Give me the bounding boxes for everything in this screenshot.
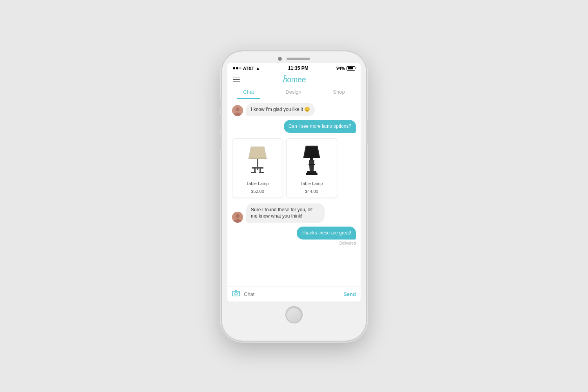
signal-dot-1 xyxy=(233,67,235,69)
chat-input[interactable] xyxy=(244,291,339,297)
signal-dot-2 xyxy=(236,67,238,69)
battery-icon xyxy=(347,66,355,71)
message-text-4: Thanks these are great! xyxy=(301,230,351,236)
tab-design[interactable]: Design xyxy=(279,87,307,99)
svg-point-1 xyxy=(236,107,240,111)
svg-marker-17 xyxy=(307,171,317,173)
svg-rect-16 xyxy=(309,164,315,165)
message-bubble-2: Can I see more lamp options? xyxy=(284,120,356,133)
phone-screen: AT&T ▲ 11:35 PM 94% ȟomee xyxy=(227,63,361,301)
message-bubble-1: I know I'm glad you like it 😊 xyxy=(246,103,315,116)
avatar xyxy=(232,105,243,116)
product-price-2: $44.00 xyxy=(305,189,318,194)
svg-rect-8 xyxy=(260,169,261,172)
wifi-icon: ▲ xyxy=(256,66,260,71)
product-price-1: $52.00 xyxy=(251,189,264,194)
home-button[interactable] xyxy=(285,306,303,323)
lamp1-svg xyxy=(244,143,271,178)
svg-rect-10 xyxy=(259,172,264,173)
tab-bar: Chat Design Shop xyxy=(227,86,361,99)
avatar-image-2 xyxy=(232,212,243,223)
svg-marker-15 xyxy=(309,160,314,171)
signal-dots xyxy=(233,67,241,69)
status-time: 11:35 PM xyxy=(288,65,309,71)
product-card-2[interactable]: Table Lamp $44.00 xyxy=(286,138,337,198)
message-text-3: Sure I found these for you, let me know … xyxy=(251,207,312,219)
svg-rect-4 xyxy=(249,158,267,159)
svg-rect-6 xyxy=(252,167,263,169)
message-text-1: I know I'm glad you like it 😊 xyxy=(251,107,310,112)
battery-percent: 94% xyxy=(336,66,345,71)
svg-rect-7 xyxy=(254,169,256,172)
tab-shop[interactable]: Shop xyxy=(327,87,351,99)
svg-rect-13 xyxy=(303,157,320,158)
input-bar: Send xyxy=(227,287,361,301)
volume-down-button xyxy=(220,134,222,150)
camera-button[interactable] xyxy=(232,290,240,298)
hamburger-menu-button[interactable] xyxy=(233,78,240,82)
phone-bottom xyxy=(285,301,303,330)
carrier-label: AT&T xyxy=(243,66,254,71)
hamburger-line-1 xyxy=(233,78,240,78)
message-row-4: Thanks these are great! xyxy=(232,227,356,240)
speaker-grille xyxy=(287,58,310,60)
power-button xyxy=(366,120,368,144)
svg-point-24 xyxy=(238,292,239,293)
svg-rect-14 xyxy=(310,158,313,160)
app-header: ȟomee Chat Design Shop xyxy=(227,73,361,99)
status-right: 94% xyxy=(336,66,355,71)
product-name-2: Table Lamp xyxy=(301,181,323,186)
svg-marker-12 xyxy=(305,147,319,157)
avatar-image xyxy=(232,105,243,116)
volume-up-button xyxy=(220,114,222,130)
phone-shell: AT&T ▲ 11:35 PM 94% ȟomee xyxy=(221,51,367,341)
chat-area[interactable]: I know I'm glad you like it 😊 Can I see … xyxy=(227,99,361,287)
product-name-1: Table Lamp xyxy=(247,181,269,186)
message-row-1: I know I'm glad you like it 😊 xyxy=(232,103,356,116)
phone-top-bar xyxy=(222,51,366,61)
svg-rect-18 xyxy=(306,173,318,175)
svg-point-23 xyxy=(235,292,238,295)
message-row-3: Sure I found these for you, let me know … xyxy=(232,203,356,223)
app-logo: ȟomee xyxy=(240,75,348,84)
battery-fill xyxy=(348,67,353,69)
tab-chat[interactable]: Chat xyxy=(237,87,260,99)
lamp-image-1 xyxy=(242,143,273,178)
hamburger-line-3 xyxy=(233,81,240,82)
svg-point-20 xyxy=(236,214,240,218)
message-bubble-4: Thanks these are great! xyxy=(297,227,356,240)
camera-lens xyxy=(278,57,282,61)
mute-button xyxy=(220,98,222,109)
message-text-2: Can I see more lamp options? xyxy=(289,123,351,129)
logo-text: omee xyxy=(287,75,306,84)
avatar-2 xyxy=(232,212,243,223)
logo-accent: ȟ xyxy=(282,75,287,84)
hamburger-line-2 xyxy=(233,79,240,80)
lamp-image-2 xyxy=(296,143,327,178)
delivered-status: Delivered xyxy=(232,241,356,245)
message-bubble-3: Sure I found these for you, let me know … xyxy=(246,203,325,223)
message-row-2: Can I see more lamp options? xyxy=(232,120,356,133)
send-button[interactable]: Send xyxy=(343,291,356,297)
svg-marker-3 xyxy=(249,147,267,158)
signal-dot-3 xyxy=(239,67,241,69)
products-row[interactable]: Table Lamp $52.00 xyxy=(232,137,356,200)
lamp2-svg xyxy=(298,143,325,178)
camera-icon xyxy=(232,290,240,296)
status-bar: AT&T ▲ 11:35 PM 94% xyxy=(227,63,361,73)
product-card-1[interactable]: Table Lamp $52.00 xyxy=(232,138,283,198)
svg-rect-9 xyxy=(251,172,256,173)
status-left: AT&T ▲ xyxy=(233,66,260,71)
header-top-row: ȟomee xyxy=(227,73,361,86)
